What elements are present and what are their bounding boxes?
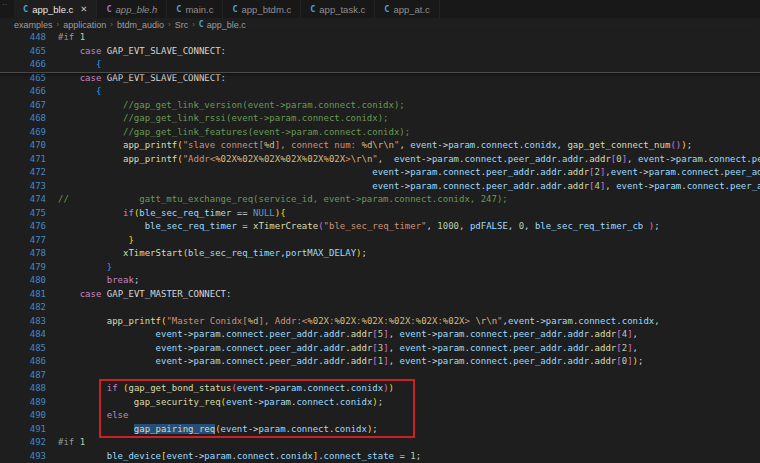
breadcrumb-item-Src[interactable]: Src	[175, 20, 189, 30]
code-line-470[interactable]: 470 app_printf("slave connect[%d], conne…	[0, 139, 760, 153]
code-text: else	[58, 409, 128, 423]
code-text: app_printf("Master Conidx[%d], Addr:<%02…	[58, 315, 660, 329]
c-file-icon: C	[232, 4, 237, 14]
tab-label: app_btdm.c	[242, 4, 292, 15]
line-number[interactable]: 471	[0, 153, 46, 167]
tab-label: app_task.c	[319, 4, 365, 15]
code-line-465[interactable]: 465 case GAP_EVT_SLAVE_CONNECT:	[0, 45, 760, 59]
line-number[interactable]: 484	[0, 328, 46, 342]
line-number[interactable]: 481	[0, 288, 46, 302]
c-file-icon: C	[199, 20, 204, 29]
code-line-488[interactable]: 488 if (gap_get_bond_status(event->param…	[0, 382, 760, 396]
line-number[interactable]: 472	[0, 166, 46, 180]
code-text: //gap_get_link_version(event->param.conn…	[58, 99, 405, 113]
line-number[interactable]: 465	[0, 72, 46, 86]
code-line-480[interactable]: 480 break;	[0, 274, 760, 288]
breadcrumb-file[interactable]: app_ble.c	[207, 20, 246, 30]
code-line-466[interactable]: 466 {	[0, 85, 760, 99]
tab-app_task.c[interactable]: Capp_task.c	[301, 0, 375, 18]
code-line-472[interactable]: 472 event->param.connect.peer_addr.addr.…	[0, 166, 760, 180]
code-line-481[interactable]: 481 case GAP_EVT_MASTER_CONNECT:	[0, 288, 760, 302]
tab-app_btdm.c[interactable]: Capp_btdm.c	[223, 0, 301, 18]
tab-overflow-icon[interactable]: ··	[0, 0, 14, 18]
line-number[interactable]: 468	[0, 112, 46, 126]
code-line-475[interactable]: 475 if(ble_sec_req_timer == NULL){	[0, 207, 760, 221]
code-line-479[interactable]: 479 }	[0, 261, 760, 275]
line-number[interactable]: 448	[0, 31, 46, 45]
code-line-482[interactable]: 482	[0, 301, 760, 315]
code-line-484[interactable]: 484 event->param.connect.peer_addr.addr.…	[0, 328, 760, 342]
code-line-476[interactable]: 476 ble_sec_req_timer = xTimerCreate("bl…	[0, 220, 760, 234]
c-file-icon: C	[23, 4, 28, 14]
line-number[interactable]: 487	[0, 369, 46, 383]
line-number[interactable]: 480	[0, 274, 46, 288]
code-line-448[interactable]: 448#if 1	[0, 31, 760, 45]
line-number[interactable]: 490	[0, 409, 46, 423]
line-number[interactable]: 473	[0, 180, 46, 194]
line-number[interactable]: 475	[0, 207, 46, 221]
code-line-474[interactable]: 474// gatt_mtu_exchange_req(service_id, …	[0, 193, 760, 207]
line-number[interactable]: 479	[0, 261, 46, 275]
code-text: app_printf("Addr<%02X%02X%02X%02X%02X%02…	[58, 153, 760, 167]
tab-label: app_at.c	[393, 4, 429, 15]
tab-main.c[interactable]: Cmain.c	[167, 0, 223, 18]
code-line-468[interactable]: 468 //gap_get_link_rssi(event->param.con…	[0, 112, 760, 126]
line-number[interactable]: 493	[0, 450, 46, 463]
tab-label: app_ble.c	[32, 4, 73, 15]
code-line-491[interactable]: 491 gap_pairing_req(event->param.connect…	[0, 423, 760, 437]
code-line-485[interactable]: 485 event->param.connect.peer_addr.addr.…	[0, 342, 760, 356]
code-text: }	[58, 261, 112, 275]
code-text: //gap_get_link_features(event->param.con…	[58, 126, 410, 140]
line-number[interactable]: 467	[0, 99, 46, 113]
code-line-489[interactable]: 489 gap_security_req(event->param.connec…	[0, 396, 760, 410]
line-number[interactable]: 488	[0, 382, 46, 396]
line-number[interactable]: 470	[0, 139, 46, 153]
breadcrumb-item-application[interactable]: application	[63, 20, 106, 30]
code-text: #if 1	[58, 31, 85, 45]
code-text: event->param.connect.peer_addr.addr.addr…	[58, 328, 638, 342]
line-number[interactable]: 492	[0, 436, 46, 450]
line-number[interactable]: 476	[0, 220, 46, 234]
close-icon[interactable]: ✕	[80, 4, 87, 14]
code-text: ble_sec_req_timer = xTimerCreate("ble_se…	[58, 220, 660, 234]
code-text: case GAP_EVT_SLAVE_CONNECT:	[58, 45, 226, 59]
sticky-scroll: 448#if 1465 case GAP_EVT_SLAVE_CONNECT:4…	[0, 31, 760, 73]
line-number[interactable]: 466	[0, 85, 46, 99]
breadcrumb: examples›application›btdm_audio›Src›Capp…	[0, 18, 760, 31]
line-number[interactable]: 477	[0, 234, 46, 248]
code-editor[interactable]: 465 case GAP_EVT_SLAVE_CONNECT:466 {467 …	[0, 72, 760, 463]
line-number[interactable]: 474	[0, 193, 46, 207]
code-line-483[interactable]: 483 app_printf("Master Conidx[%d], Addr:…	[0, 315, 760, 329]
line-number[interactable]: 485	[0, 342, 46, 356]
code-line-493[interactable]: 493 ble_device[event->param.connect.coni…	[0, 450, 760, 463]
code-line-492[interactable]: 492#if 1	[0, 436, 760, 450]
code-line-469[interactable]: 469 //gap_get_link_features(event->param…	[0, 126, 760, 140]
tab-app_at.c[interactable]: Capp_at.c	[375, 0, 440, 18]
line-number[interactable]: 483	[0, 315, 46, 329]
line-number[interactable]: 478	[0, 247, 46, 261]
code-line-465[interactable]: 465 case GAP_EVT_SLAVE_CONNECT:	[0, 72, 760, 86]
line-number[interactable]: 489	[0, 396, 46, 410]
code-line-466[interactable]: 466 {	[0, 58, 760, 72]
code-text: event->param.connect.peer_addr.addr.addr…	[58, 166, 760, 180]
breadcrumb-item-btdm_audio[interactable]: btdm_audio	[117, 20, 164, 30]
line-number[interactable]: 491	[0, 423, 46, 437]
code-line-490[interactable]: 490 else	[0, 409, 760, 423]
tab-app_ble.h[interactable]: Capp_ble.h	[97, 0, 167, 18]
code-line-467[interactable]: 467 //gap_get_link_version(event->param.…	[0, 99, 760, 113]
code-line-473[interactable]: 473 event->param.connect.peer_addr.addr.…	[0, 180, 760, 194]
line-number[interactable]: 469	[0, 126, 46, 140]
code-line-477[interactable]: 477 }	[0, 234, 760, 248]
line-number[interactable]: 466	[0, 58, 46, 72]
code-text: break;	[58, 274, 139, 288]
line-number[interactable]: 482	[0, 301, 46, 315]
tab-app_ble.c[interactable]: Capp_ble.c✕	[14, 0, 97, 18]
line-number[interactable]: 486	[0, 355, 46, 369]
line-number[interactable]: 465	[0, 45, 46, 59]
breadcrumb-item-examples[interactable]: examples	[14, 20, 53, 30]
code-line-478[interactable]: 478 xTimerStart(ble_sec_req_timer,portMA…	[0, 247, 760, 261]
code-line-487[interactable]: 487	[0, 369, 760, 383]
code-line-471[interactable]: 471 app_printf("Addr<%02X%02X%02X%02X%02…	[0, 153, 760, 167]
code-line-486[interactable]: 486 event->param.connect.peer_addr.addr.…	[0, 355, 760, 369]
code-text: #if 1	[58, 436, 85, 450]
